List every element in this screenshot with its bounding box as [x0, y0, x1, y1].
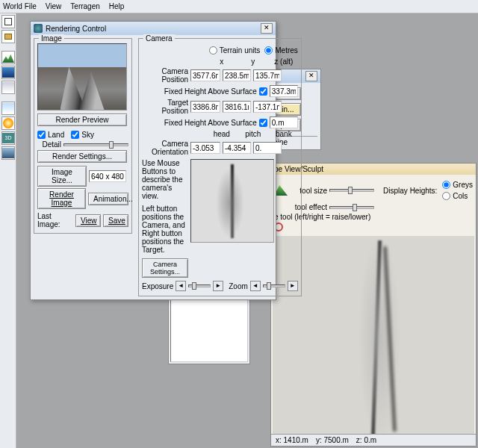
menu-bar: World File View Terragen Help	[0, 0, 478, 13]
left-toolbar: 3D	[0, 13, 16, 448]
terrain-units-radio[interactable]	[209, 46, 217, 55]
image-size-button[interactable]: Image Size...	[37, 166, 87, 187]
land-checkbox[interactable]	[37, 131, 46, 139]
camera-help-2: Left button positions the Camera, and Ri…	[142, 205, 188, 254]
fixed-height-cam-field[interactable]	[270, 85, 298, 97]
greys-radio[interactable]	[442, 181, 450, 189]
last-image-label: Last Image:	[37, 212, 73, 228]
render-preview-button[interactable]: Render Preview	[37, 113, 127, 126]
display-heights-label: Display Heights:	[383, 187, 437, 195]
tool-effect-slider[interactable]	[329, 206, 374, 209]
target-x[interactable]	[190, 101, 220, 113]
status-z: z: 0.m	[356, 436, 376, 444]
camera-group-label: Camera	[143, 34, 175, 43]
target-position-label: Target Position	[142, 99, 188, 115]
tool-landscape-icon[interactable]	[1, 51, 15, 64]
image-group: Image Render Preview Land Sky Detail Ren…	[34, 38, 132, 234]
render-preview-image	[37, 43, 127, 111]
menu-view[interactable]: View	[46, 2, 62, 10]
animation-button[interactable]: Animation...	[88, 193, 128, 205]
tool-3d-icon[interactable]: 3D	[1, 131, 15, 145]
tool-open-icon[interactable]	[1, 30, 15, 43]
render-settings-button[interactable]: Render Settings...	[37, 150, 127, 163]
menu-help[interactable]: Help	[109, 2, 125, 10]
zoom-label: Zoom	[229, 282, 248, 290]
orient-pitch[interactable]	[223, 142, 251, 154]
cam-pos-y[interactable]	[223, 69, 251, 81]
image-size-field[interactable]	[89, 170, 126, 182]
fixed-height-tgt-label: Fixed Height Above Surface	[164, 119, 257, 127]
orient-bank[interactable]	[253, 142, 282, 154]
camera-help-1: Use Mouse Buttons to describe the camera…	[142, 159, 188, 200]
rendering-title: Rendering Control	[46, 25, 258, 33]
camera-preview[interactable]	[190, 159, 274, 243]
tool-new-icon[interactable]	[1, 15, 15, 28]
status-y: y: 7500.m	[316, 436, 349, 444]
camera-group: Camera Terrain units Metres x y z (alt) …	[138, 38, 302, 296]
exposure-slider[interactable]	[188, 284, 211, 287]
exposure-left-icon[interactable]: ◄	[176, 281, 186, 291]
target-z[interactable]	[253, 101, 282, 113]
image-group-label: Image	[39, 34, 64, 43]
fixed-height-tgt-checkbox[interactable]	[259, 119, 267, 127]
exposure-label: Exposure	[142, 282, 173, 290]
orientation-label: Camera Orientation	[142, 140, 188, 156]
target-y[interactable]	[223, 101, 251, 113]
rendering-dialog: Rendering Control ✕ Image Render Preview…	[30, 21, 276, 300]
zoom-slider[interactable]	[263, 284, 285, 287]
tool-water-icon[interactable]	[1, 66, 15, 79]
camera-position-label: Camera Position	[142, 67, 188, 84]
zoom-right-icon[interactable]: ►	[288, 281, 298, 291]
detail-slider[interactable]	[63, 143, 128, 146]
orient-head[interactable]	[190, 142, 220, 154]
tool-sky-icon[interactable]	[1, 102, 15, 115]
fixed-height-tgt-field[interactable]	[270, 116, 298, 128]
metres-radio[interactable]	[264, 46, 273, 55]
tool-size-slider[interactable]	[329, 189, 374, 192]
cam-pos-z[interactable]	[253, 69, 282, 81]
status-x: x: 1410.m	[276, 436, 308, 444]
tool-render-icon[interactable]	[1, 146, 15, 160]
cols-radio[interactable]	[442, 192, 450, 200]
menu-terragen[interactable]: Terragen	[70, 2, 99, 10]
last-image-save-button[interactable]: Save	[103, 214, 128, 227]
terrain-panel-close-icon[interactable]: ✕	[305, 71, 317, 81]
cam-pos-x[interactable]	[190, 69, 220, 81]
rendering-titlebar[interactable]: Rendering Control ✕	[31, 22, 276, 35]
sky-checkbox[interactable]	[71, 131, 79, 139]
fixed-height-cam-checkbox[interactable]	[259, 87, 267, 96]
menu-world-file[interactable]: World File	[3, 2, 37, 10]
last-image-view-button[interactable]: View	[75, 214, 101, 227]
tool-atmosphere-icon[interactable]	[1, 81, 15, 94]
sculpt-statusbar: x: 1410.m y: 7500.m z: 0.m	[271, 434, 476, 446]
render-image-button[interactable]: Render Image	[37, 188, 86, 209]
fixed-height-cam-label: Fixed Height Above Surface	[164, 87, 257, 96]
tool-sun-icon[interactable]	[1, 116, 15, 130]
detail-label: Detail	[37, 140, 61, 149]
exposure-right-icon[interactable]: ►	[213, 281, 223, 291]
rendering-close-icon[interactable]: ✕	[261, 23, 273, 34]
camera-settings-button[interactable]: Camera Settings...	[142, 258, 188, 278]
zoom-left-icon[interactable]: ◄	[250, 281, 261, 291]
app-icon	[34, 24, 43, 33]
